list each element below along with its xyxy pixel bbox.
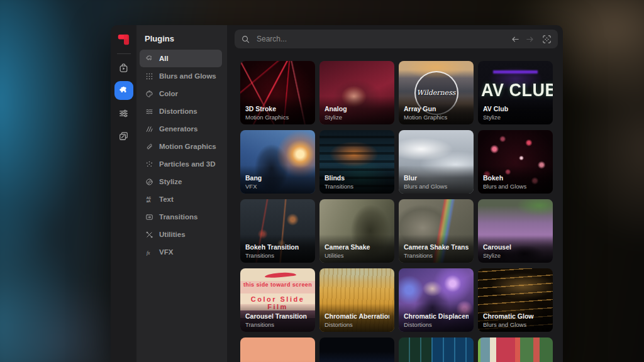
plugin-card-av-club[interactable]: AV CLUBAV ClubStylize (478, 61, 553, 124)
plugin-category: Stylize (483, 114, 548, 121)
plugin-category: Utilities (325, 252, 389, 259)
rail-item-plugins[interactable] (114, 81, 133, 100)
sidebar-item-text[interactable]: Text (140, 190, 222, 208)
plugin-category: Distortions (404, 321, 469, 328)
plugin-meta: Chromatic AberrationDistortions (319, 304, 394, 332)
plugin-title: Bokeh Transition (245, 243, 310, 251)
plugin-card-camera-shake[interactable]: Camera ShakeUtilities (319, 199, 394, 263)
plugin-card[interactable] (240, 337, 315, 362)
plugin-browser-window: Plugins AllBlurs and GlowsColorDistortio… (111, 25, 563, 362)
app-rail (111, 25, 136, 362)
plugin-meta: BlindsTransitions (319, 165, 394, 194)
plugin-meta: Camera Shake TransitionTransitions (399, 234, 474, 263)
plugin-card-array-gun[interactable]: WildernessArray GunMotion Graphics (399, 61, 474, 124)
clip-icon (145, 143, 153, 151)
plugin-meta: Bokeh TransitionTransitions (240, 234, 315, 263)
category-label: Utilities (159, 231, 186, 238)
scan-icon[interactable] (542, 35, 552, 44)
fx-icon (145, 248, 153, 256)
plugin-category: Transitions (404, 252, 469, 259)
sidebar-item-motion-graphics[interactable]: Motion Graphics (140, 138, 222, 155)
sidebar-item-generators[interactable]: Generators (140, 120, 222, 138)
plugin-title: Carousel (483, 243, 548, 251)
plugin-title: Array Gun (404, 105, 469, 113)
plugin-meta: BlurBlurs and Glows (399, 165, 474, 194)
plugin-category: Transitions (245, 321, 310, 328)
plugin-card-bang[interactable]: BangVFX (240, 130, 315, 194)
palette-icon (145, 90, 153, 98)
plugins-sidebar: Plugins AllBlurs and GlowsColorDistortio… (136, 25, 227, 362)
maxon-logo-icon (116, 31, 132, 48)
plugin-category: Blurs and Glows (483, 183, 548, 190)
plugin-meta: Carousel TransitionTransitions (240, 304, 315, 332)
sidebar-title: Plugins (136, 34, 227, 50)
plugin-meta: BangVFX (240, 165, 315, 194)
category-label: Color (159, 90, 178, 97)
sidebar-item-transitions[interactable]: Transitions (140, 208, 222, 226)
search-input[interactable] (255, 34, 506, 44)
scatter-icon (145, 160, 153, 168)
plugin-card-carousel[interactable]: CarouselStylize (478, 199, 553, 263)
category-label: Transitions (159, 213, 197, 221)
plugin-category: Motion Graphics (404, 114, 469, 121)
sphere-icon (145, 178, 153, 186)
plugin-meta: AV ClubStylize (478, 96, 553, 124)
plugin-card-bokeh[interactable]: BokehBlurs and Glows (478, 130, 553, 194)
plugin-card-3d-stroke[interactable]: 3D StrokeMotion Graphics (240, 61, 315, 124)
sidebar-item-utilities[interactable]: Utilities (140, 226, 222, 243)
plugin-card-chromatic-aberration[interactable]: Chromatic AberrationDistortions (319, 268, 394, 332)
sidebar-item-blurs-and-glows[interactable]: Blurs and Glows (140, 67, 222, 85)
plugin-meta: AnalogStylize (319, 96, 394, 124)
plugin-card-chromatic-glow[interactable]: Chromatic GlowBlurs and Glows (478, 268, 553, 332)
hatch-icon (145, 125, 153, 133)
plugin-title: Analog (325, 105, 389, 113)
sidebar-item-distortions[interactable]: Distortions (140, 102, 222, 120)
rail-item-store[interactable] (114, 58, 133, 77)
plugin-meta: Chromatic DisplacementDistortions (399, 304, 474, 332)
plugin-card-blinds[interactable]: BlindsTransitions (319, 130, 394, 194)
rail-item-assets[interactable] (114, 126, 133, 145)
category-label: All (159, 55, 169, 62)
plugin-card[interactable] (478, 337, 553, 362)
sidebar-item-all[interactable]: All (140, 50, 222, 67)
plugin-meta: CarouselStylize (478, 234, 553, 263)
plugin-card-chromatic-displacement[interactable]: Chromatic DisplacementDistortions (399, 268, 474, 332)
sidebar-item-vfx[interactable]: VFX (140, 243, 222, 261)
plugin-title: Bang (245, 174, 310, 182)
plugin-card-carousel-transition[interactable]: this side toward screenColor Slide FilmC… (240, 268, 315, 332)
plugin-title: Camera Shake (325, 243, 389, 251)
sidebar-item-color[interactable]: Color (140, 85, 222, 102)
back-icon[interactable] (511, 35, 520, 44)
tools-icon (145, 231, 153, 239)
sidebar-item-particles-and-3d[interactable]: Particles and 3D (140, 155, 222, 173)
plugin-card-analog[interactable]: AnalogStylize (319, 61, 394, 124)
plugin-meta: Array GunMotion Graphics (399, 96, 474, 124)
plugin-category: Motion Graphics (245, 114, 310, 121)
plugin-card[interactable] (399, 337, 474, 362)
category-label: Particles and 3D (159, 160, 215, 168)
main-panel: 3D StrokeMotion GraphicsAnalogStylizeWil… (227, 25, 563, 362)
store-icon (118, 63, 129, 74)
category-label: VFX (159, 248, 173, 256)
plugin-title: Blur (404, 174, 469, 182)
plugin-card-bokeh-transition[interactable]: Bokeh TransitionTransitions (240, 199, 315, 263)
plugin-thumbnail (399, 337, 474, 362)
puzzle-icon (145, 55, 153, 63)
rail-item-adjustments[interactable] (114, 104, 133, 123)
plugin-category: Stylize (483, 252, 548, 259)
plugin-card-blur[interactable]: BlurBlurs and Glows (399, 130, 474, 194)
forward-icon[interactable] (525, 35, 535, 44)
plugin-card-camera-shake-transition[interactable]: Camera Shake TransitionTransitions (399, 199, 474, 263)
plugin-title: Blinds (325, 174, 389, 182)
sidebar-item-stylize[interactable]: Stylize (140, 173, 222, 190)
plugin-meta: Camera ShakeUtilities (319, 234, 394, 263)
plugin-category: Distortions (325, 321, 389, 328)
slide-icon (145, 213, 153, 221)
plugin-grid: 3D StrokeMotion GraphicsAnalogStylizeWil… (240, 61, 552, 362)
rail-divider (117, 53, 131, 54)
plugin-category: VFX (245, 183, 310, 190)
plugin-card[interactable] (319, 337, 394, 362)
plugin-title: Chromatic Aberration (325, 312, 389, 321)
plugin-category: Stylize (325, 114, 389, 121)
sliders-icon (118, 108, 129, 119)
